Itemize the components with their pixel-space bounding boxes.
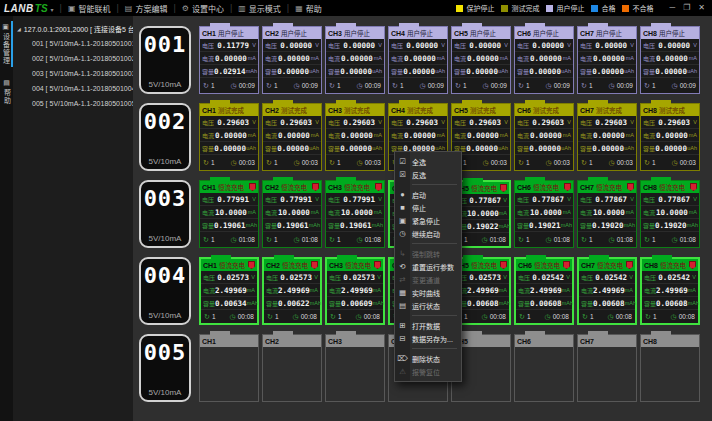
field-unit: mA — [562, 287, 570, 293]
field-unit: mA — [563, 55, 571, 61]
card-notch — [525, 23, 545, 27]
channel-card[interactable]: CH6 — [514, 334, 574, 402]
context-menu-item[interactable]: ◷继续启动 — [395, 227, 461, 240]
context-menu-item-label: 数据另存为... — [412, 334, 453, 344]
field-label: 电流 — [643, 54, 655, 63]
menubar-item-1[interactable]: ▣智能联机 — [66, 2, 113, 15]
channel-card[interactable]: CH6用户停止电压0.00000V电流0.00000mA容量0.00000uAh… — [514, 26, 574, 94]
channel-card[interactable]: CH6恒流充电电压0.77867V电流10.0000mA容量0.19021mAh… — [514, 180, 574, 248]
channel-card[interactable]: CH1 — [199, 334, 259, 402]
menubar-item-4[interactable]: ▥显示模式 — [236, 2, 283, 15]
tree-device-item[interactable]: 005 [ 5V/10mA-1.1-20180501005 ] — [17, 96, 133, 111]
context-menu-item-label: 全选 — [412, 157, 426, 167]
channel-card[interactable]: CH2测试完成电压0.29603V电流0.00000mA容量0.00000uAh… — [262, 103, 322, 171]
context-menu-item[interactable]: ●启动 — [395, 188, 461, 201]
menubar-item-5[interactable]: ▦帮助 — [293, 2, 324, 15]
sidebar-tab-2[interactable]: ▤帮助 — [0, 77, 13, 107]
channel-name: CH1 — [202, 338, 216, 345]
maximize-button[interactable]: ❐ — [683, 4, 690, 12]
channel-card[interactable]: CH7恒流充电电压0.02542V电流2.49969mA容量0.00608mAh… — [577, 257, 637, 325]
channel-card[interactable]: CH5用户停止电压0.00000V电流0.00000mA容量0.00000uAh… — [451, 26, 511, 94]
field-label: 容量 — [517, 67, 529, 76]
field-label: 电流 — [643, 208, 655, 217]
field-value: 0.19061 — [340, 221, 372, 230]
card-notch — [462, 100, 482, 104]
tree-device-item[interactable]: 001 [ 5V/10mA-1.1-20180501001 ] — [17, 36, 133, 51]
channel-card[interactable]: CH8用户停止电压0.00000V电流0.00000mA容量0.00000uAh… — [640, 26, 700, 94]
channel-name: CH3 — [328, 107, 342, 114]
menubar-item-2[interactable]: ▤方案编辑 — [123, 2, 170, 15]
context-menu-item[interactable]: ☑全选 — [395, 155, 461, 168]
clock-icon: ◷ — [294, 159, 300, 167]
clock-icon: ◷ — [230, 313, 236, 321]
channel-card[interactable]: CH1测试完成电压0.29603V电流0.00000mA容量0.00000uAh… — [199, 103, 259, 171]
elapsed-time: 00:03 — [554, 159, 570, 166]
field-unit: mA — [311, 55, 319, 61]
channel-card[interactable]: CH1恒流充电电压0.77991V电流10.0000mA容量0.19061mAh… — [199, 180, 259, 248]
field-unit: uAh — [561, 145, 571, 151]
device-card[interactable]: 0015V/10mA — [139, 26, 191, 94]
device-card[interactable]: 0035V/10mA — [139, 180, 191, 248]
field-unit: V — [378, 196, 382, 202]
channel-card[interactable]: CH4用户停止电压0.00000V电流0.00000mA容量0.00000uAh… — [388, 26, 448, 94]
device-tree-panel: ◢127.0.0.1:2001,2000 [ 连接设备5 台 ]001 [ 5V… — [13, 16, 133, 421]
context-menu-item[interactable]: ▤运行状态 — [395, 299, 461, 312]
channel-card[interactable]: CH7测试完成电压0.29603V电流0.00000mA容量0.00000uAh… — [577, 103, 637, 171]
minimize-button[interactable]: ─ — [669, 4, 675, 12]
channel-card[interactable]: CH1用户停止电压0.11779V电流0.00000mA容量0.02914mAh… — [199, 26, 259, 94]
context-menu-item[interactable]: ☒反选 — [395, 168, 461, 181]
field-label: 电压 — [202, 195, 214, 204]
channel-card[interactable]: CH2恒流充电电压0.02573V电流2.49969mA容量0.00622mAh… — [262, 257, 322, 325]
tree-device-item[interactable]: 004 [ 5V/10mA-1.1-20180501004 ] — [17, 81, 133, 96]
clock-icon: ◷ — [671, 313, 677, 321]
device-card[interactable]: 0025V/10mA — [139, 103, 191, 171]
context-menu-item[interactable]: ⇄变更通道 — [395, 273, 461, 286]
context-menu-item[interactable]: ⚠报警复位 — [395, 365, 461, 378]
channel-card[interactable]: CH6恒流充电电压0.02542V电流2.49969mA容量0.00608mAh… — [514, 257, 574, 325]
context-menu-item[interactable]: ⌦删除状态 — [395, 352, 461, 365]
logo-caret-icon[interactable]: ▾ — [51, 6, 54, 13]
channel-card[interactable]: CH6测试完成电压0.29603V电流0.00000mA容量0.00000uAh… — [514, 103, 574, 171]
tree-device-item[interactable]: 003 [ 5V/10mA-1.1-20180501003 ] — [17, 66, 133, 81]
channel-card[interactable]: CH3 — [325, 334, 385, 402]
field-unit: mA — [499, 210, 507, 216]
context-menu-item[interactable]: ■停止 — [395, 201, 461, 214]
channel-card[interactable]: CH3测试完成电压0.29603V电流0.00000mA容量0.00000uAh… — [325, 103, 385, 171]
channel-card[interactable]: CH8 — [640, 334, 700, 402]
cycle-count: 1 — [589, 159, 593, 166]
context-menu-item[interactable]: ▦实时曲线 — [395, 286, 461, 299]
context-menu-item[interactable]: ↳强制跳转 — [395, 247, 461, 260]
context-menu-item[interactable]: ⊞打开数据 — [395, 319, 461, 332]
channel-card[interactable]: CH2恒流充电电压0.77991V电流10.0000mA容量0.19061mAh… — [262, 180, 322, 248]
channel-card[interactable]: CH8恒流充电电压0.02542V电流2.49969mA容量0.00608mAh… — [640, 257, 700, 325]
context-menu-item[interactable]: ⟲重置运行参数 — [395, 260, 461, 273]
channel-card[interactable]: CH3用户停止电压0.00000V电流0.00000mA容量0.00000uAh… — [325, 26, 385, 94]
tree-expand-icon[interactable]: ◢ — [17, 26, 21, 32]
capacity-row: 容量0.02914mAh — [200, 65, 258, 78]
field-unit: V — [693, 119, 697, 125]
field-unit: V — [503, 274, 507, 280]
channel-header: CH3用户停止 — [326, 27, 384, 39]
voltage-row: 电压0.02542V — [642, 271, 698, 284]
channel-card[interactable]: CH1恒流充电电压0.02573V电流2.49969mA容量0.00634mAh… — [199, 257, 259, 325]
context-menu-item[interactable]: ⊟数据另存为... — [395, 332, 461, 345]
channel-header: CH1恒流充电 — [201, 259, 257, 271]
tree-root-item[interactable]: ◢127.0.0.1:2001,2000 [ 连接设备5 台 ] — [17, 21, 133, 36]
close-button[interactable]: ✕ — [698, 4, 705, 12]
device-card[interactable]: 0045V/10mA — [139, 257, 191, 325]
channel-card[interactable]: CH2 — [262, 334, 322, 402]
card-notch — [651, 100, 671, 104]
channel-card[interactable]: CH7 — [577, 334, 637, 402]
channel-card[interactable]: CH3恒流充电电压0.77991V电流10.0000mA容量0.19061mAh… — [325, 180, 385, 248]
context-menu-item[interactable]: ▣紧急停止 — [395, 214, 461, 227]
device-card[interactable]: 0055V/10mA — [139, 334, 191, 402]
channel-card[interactable]: CH7恒流充电电压0.77867V电流10.0000mA容量0.19020mAh… — [577, 180, 637, 248]
channel-card[interactable]: CH2用户停止电压0.00000V电流0.00000mA容量0.00000uAh… — [262, 26, 322, 94]
sidebar-tab-1[interactable]: ▣设备管理 — [0, 21, 13, 67]
channel-card[interactable]: CH3恒流充电电压0.02573V电流2.49969mA容量0.00609mAh… — [325, 257, 385, 325]
channel-card[interactable]: CH7用户停止电压0.00000V电流0.00000mA容量0.00000uAh… — [577, 26, 637, 94]
tree-device-item[interactable]: 002 [ 5V/10mA-1.1-20180501002 ] — [17, 51, 133, 66]
channel-card[interactable]: CH8测试完成电压0.29603V电流0.00000mA容量0.00000uAh… — [640, 103, 700, 171]
channel-card[interactable]: CH8恒流充电电压0.77867V电流10.0000mA容量0.19020mAh… — [640, 180, 700, 248]
menubar-item-3[interactable]: ⚙设置中心 — [180, 2, 226, 15]
